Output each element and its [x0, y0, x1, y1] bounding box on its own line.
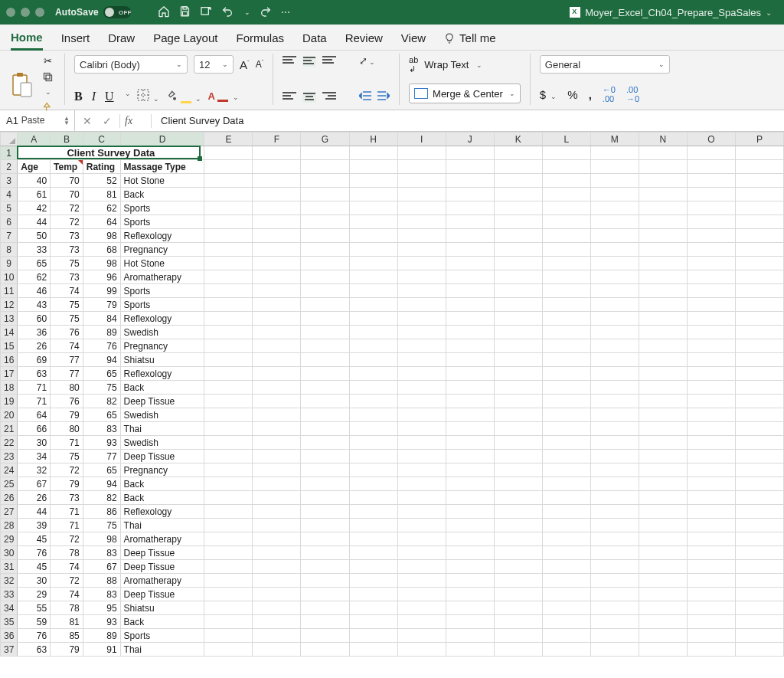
- name-box-spinner[interactable]: ▲▼: [64, 116, 70, 126]
- tab-review[interactable]: Review: [345, 31, 383, 49]
- empty-cell[interactable]: [590, 381, 639, 395]
- tab-insert[interactable]: Insert: [61, 31, 90, 49]
- empty-cell[interactable]: [253, 463, 301, 477]
- empty-cell[interactable]: [639, 188, 687, 201]
- empty-cell[interactable]: [204, 284, 253, 298]
- data-cell[interactable]: 44: [18, 505, 51, 519]
- data-cell[interactable]: 40: [18, 174, 51, 188]
- data-cell[interactable]: 91: [83, 643, 120, 657]
- data-cell[interactable]: Back: [120, 491, 204, 505]
- row-header[interactable]: 5: [1, 201, 18, 215]
- col-header[interactable]: D: [120, 133, 204, 146]
- empty-cell[interactable]: [687, 201, 735, 215]
- empty-cell[interactable]: [687, 601, 735, 615]
- empty-cell[interactable]: [349, 408, 397, 422]
- empty-cell[interactable]: [253, 491, 301, 505]
- empty-cell[interactable]: [735, 395, 783, 408]
- data-cell[interactable]: 62: [18, 270, 51, 284]
- empty-cell[interactable]: [397, 188, 446, 201]
- empty-cell[interactable]: [204, 601, 253, 615]
- empty-cell[interactable]: [397, 353, 446, 367]
- empty-cell[interactable]: [590, 257, 639, 270]
- align-top-icon[interactable]: [283, 56, 296, 67]
- empty-cell[interactable]: [204, 519, 253, 532]
- data-cell[interactable]: 67: [18, 477, 51, 491]
- font-color-button[interactable]: A ⌄: [207, 90, 239, 102]
- row-header[interactable]: 1: [1, 146, 18, 160]
- empty-cell[interactable]: [590, 243, 639, 257]
- empty-cell[interactable]: [639, 174, 687, 188]
- col-header[interactable]: F: [253, 133, 301, 146]
- empty-cell[interactable]: [301, 436, 349, 450]
- empty-cell[interactable]: [735, 505, 783, 519]
- empty-cell[interactable]: [253, 615, 301, 629]
- data-cell[interactable]: Deep Tissue: [120, 588, 204, 601]
- empty-cell[interactable]: [687, 519, 735, 532]
- empty-cell[interactable]: [204, 298, 253, 312]
- row-header[interactable]: 4: [1, 188, 18, 201]
- empty-cell[interactable]: [687, 450, 735, 463]
- empty-cell[interactable]: [735, 270, 783, 284]
- tab-view[interactable]: View: [401, 31, 426, 49]
- data-cell[interactable]: Aromatherapy: [120, 532, 204, 546]
- empty-cell[interactable]: [253, 601, 301, 615]
- empty-cell[interactable]: [639, 146, 687, 160]
- empty-cell[interactable]: [301, 215, 349, 229]
- empty-cell[interactable]: [590, 326, 639, 339]
- empty-cell[interactable]: [253, 381, 301, 395]
- merge-center-button[interactable]: Merge & Center ⌄: [409, 84, 521, 103]
- empty-cell[interactable]: [204, 450, 253, 463]
- align-middle-icon[interactable]: [302, 56, 316, 67]
- undo-icon[interactable]: [221, 5, 234, 20]
- row-header[interactable]: 25: [1, 477, 18, 491]
- empty-cell[interactable]: [204, 532, 253, 546]
- empty-cell[interactable]: [301, 243, 349, 257]
- empty-cell[interactable]: [446, 505, 494, 519]
- empty-cell[interactable]: [349, 505, 397, 519]
- data-cell[interactable]: 93: [83, 436, 120, 450]
- empty-cell[interactable]: [446, 353, 494, 367]
- empty-cell[interactable]: [639, 298, 687, 312]
- data-cell[interactable]: Swedish: [120, 408, 204, 422]
- empty-cell[interactable]: [446, 312, 494, 326]
- data-cell[interactable]: 36: [18, 326, 51, 339]
- empty-cell[interactable]: [542, 201, 590, 215]
- empty-cell[interactable]: [590, 188, 639, 201]
- empty-cell[interactable]: [253, 174, 301, 188]
- empty-cell[interactable]: [446, 422, 494, 436]
- col-header[interactable]: K: [494, 133, 542, 146]
- data-cell[interactable]: 83: [83, 422, 120, 436]
- cut-icon[interactable]: ✂︎: [40, 55, 55, 67]
- empty-cell[interactable]: [687, 588, 735, 601]
- empty-cell[interactable]: [301, 312, 349, 326]
- data-cell[interactable]: Reflexology: [120, 229, 204, 243]
- data-cell[interactable]: Back: [120, 615, 204, 629]
- empty-cell[interactable]: [397, 243, 446, 257]
- empty-cell[interactable]: [735, 408, 783, 422]
- empty-cell[interactable]: [397, 229, 446, 243]
- empty-cell[interactable]: [542, 339, 590, 353]
- data-cell[interactable]: 68: [83, 243, 120, 257]
- empty-cell[interactable]: [446, 450, 494, 463]
- empty-cell[interactable]: [590, 629, 639, 643]
- empty-cell[interactable]: [687, 146, 735, 160]
- empty-cell[interactable]: [639, 381, 687, 395]
- empty-cell[interactable]: [349, 436, 397, 450]
- empty-cell[interactable]: [639, 574, 687, 588]
- data-cell[interactable]: 82: [83, 395, 120, 408]
- empty-cell[interactable]: [397, 436, 446, 450]
- data-cell[interactable]: Reflexology: [120, 367, 204, 381]
- empty-cell[interactable]: [253, 505, 301, 519]
- empty-cell[interactable]: [494, 188, 542, 201]
- empty-cell[interactable]: [494, 243, 542, 257]
- col-header[interactable]: E: [204, 133, 253, 146]
- empty-cell[interactable]: [735, 312, 783, 326]
- empty-cell[interactable]: [590, 505, 639, 519]
- empty-cell[interactable]: [253, 422, 301, 436]
- empty-cell[interactable]: [397, 601, 446, 615]
- empty-cell[interactable]: [446, 201, 494, 215]
- wrap-text-button[interactable]: ab↲ Wrap Text ⌄: [409, 55, 521, 74]
- data-cell[interactable]: Sports: [120, 629, 204, 643]
- empty-cell[interactable]: [639, 339, 687, 353]
- data-cell[interactable]: 70: [51, 174, 83, 188]
